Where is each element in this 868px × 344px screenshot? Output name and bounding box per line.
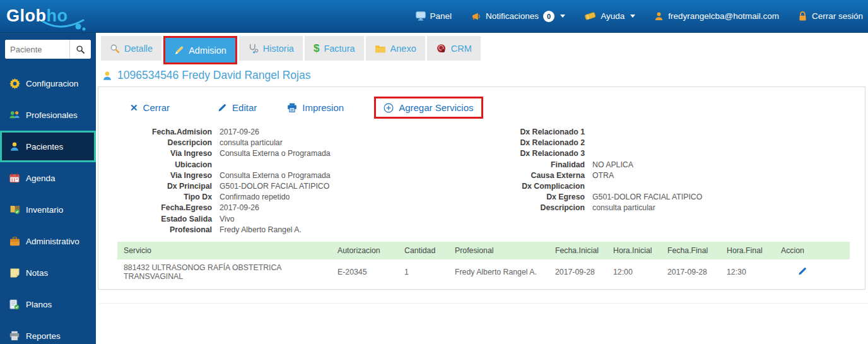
tab-admision[interactable]: Admision	[165, 38, 235, 62]
patient-search-button[interactable]	[69, 40, 91, 59]
user-icon	[654, 11, 664, 21]
tab-crm[interactable]: CRM	[427, 36, 481, 61]
magnifier-icon	[76, 45, 85, 54]
detail-value: Fredy Alberto Rangel A.	[220, 225, 302, 235]
cell-fecha-final: 2017-09-28	[667, 259, 727, 285]
notification-count-badge: 0	[543, 11, 554, 22]
people-icon	[9, 110, 20, 120]
magnifier-icon	[110, 44, 120, 54]
circle-plus-icon	[384, 103, 394, 113]
panel-actions: ✕ Cerrar Editar Impresion	[98, 87, 865, 120]
detail-value: Vivo	[220, 214, 235, 225]
tab-factura[interactable]: $ Factura	[305, 36, 364, 61]
top-navbar: Globho Panel Notificaciones 0	[0, 0, 868, 33]
pencil-icon	[218, 103, 227, 112]
nav-panel[interactable]: Panel	[416, 11, 452, 21]
logo-text-primary: Glob	[6, 6, 47, 25]
sidebar-item-agenda[interactable]: Agenda	[0, 162, 96, 194]
detail-label: Fecha.Egreso	[98, 203, 220, 213]
col-header-servicio: Servicio	[117, 242, 337, 259]
editar-button[interactable]: Editar	[218, 102, 257, 113]
cell-servicio: 881432 ULTRASONOG RAFÍA OBSTETRICA TRANS…	[117, 259, 337, 285]
impresion-button[interactable]: Impresion	[287, 102, 344, 113]
col-header-profesional: Profesional	[455, 242, 555, 259]
detail-label: Via Ingreso	[98, 148, 220, 159]
services-table: Servicio Autorizacion Cantidad Profesion…	[117, 242, 850, 285]
briefcase-icon	[9, 237, 20, 246]
tab-bar: Detalle Admision Historia $ Factura	[96, 33, 868, 64]
crm-icon	[436, 44, 447, 54]
col-header-autorizacion: Autorizacion	[337, 242, 404, 259]
detail-value: OTRA	[592, 170, 614, 181]
sidebar-item-configuracion[interactable]: Configuracion	[0, 68, 96, 99]
nav-ayuda[interactable]: Ayuda	[584, 11, 635, 21]
sidebar-item-reportes[interactable]: Reportes	[0, 320, 96, 344]
cerrar-button[interactable]: ✕ Cerrar	[130, 102, 170, 113]
lock-icon	[798, 11, 807, 21]
sidebar-item-notas[interactable]: Notas	[0, 257, 96, 288]
col-header-hora-inicial: Hora.Inicial	[613, 242, 667, 259]
annotation-box-admision: Admision	[163, 36, 237, 64]
note-icon	[9, 268, 20, 278]
detail-label: Estado Salida	[98, 214, 220, 225]
sidebar-item-administrativo[interactable]: Administrativo	[0, 225, 96, 257]
cell-accion	[781, 259, 850, 285]
logo-swoosh-icon	[42, 18, 90, 31]
gear-icon	[9, 78, 20, 89]
chevron-down-icon	[560, 15, 565, 18]
col-header-hora-final: Hora.Final	[727, 242, 781, 259]
detail-label: Dx Relacionado 2	[486, 138, 592, 148]
detail-label: Causa Externa	[486, 170, 592, 181]
pencil-icon	[797, 266, 807, 276]
calendar-icon	[9, 173, 20, 183]
col-header-accion: Accion	[781, 242, 850, 259]
detail-value: 2017-09-26	[220, 203, 259, 213]
close-icon: ✕	[130, 103, 138, 112]
tab-detalle[interactable]: Detalle	[101, 36, 161, 61]
detail-value: 2017-09-26	[220, 127, 259, 138]
detail-label: Profesional	[98, 225, 220, 235]
document-check-icon	[9, 299, 20, 310]
cell-autorizacion: E-20345	[337, 259, 404, 285]
sidebar-item-pacientes[interactable]: Pacientes	[0, 131, 96, 162]
annotation-box-agregar-servicios: Agregar Servicios	[374, 97, 483, 119]
cell-hora-final: 12:30	[727, 259, 781, 285]
patient-search-input[interactable]	[5, 40, 69, 59]
monitor-icon	[416, 11, 426, 21]
printer-icon	[9, 331, 20, 341]
col-header-fecha-final: Fecha.Final	[667, 242, 727, 259]
tab-anexo[interactable]: Anexo	[366, 36, 425, 61]
detail-value: Confirmado repetido	[220, 192, 290, 203]
ticket-icon	[584, 11, 596, 21]
detail-label: Finalidad	[486, 160, 592, 170]
agregar-servicios-button[interactable]: Agregar Servicios	[384, 102, 473, 113]
sidebar: Configuracion Profesionales Pacientes	[0, 33, 96, 344]
detail-label: Fecha.Admision	[98, 127, 220, 138]
sidebar-item-planos[interactable]: Planos	[0, 288, 96, 320]
sidebar-item-inventario[interactable]: Inventario	[0, 194, 96, 225]
detail-label: Dx Relacionado 1	[486, 127, 592, 138]
app-logo[interactable]: Globho	[6, 6, 101, 26]
table-row: 881432 ULTRASONOG RAFÍA OBSTETRICA TRANS…	[117, 259, 850, 285]
admission-panel: ✕ Cerrar Editar Impresion	[98, 86, 865, 290]
services-table-header-row: Servicio Autorizacion Cantidad Profesion…	[117, 242, 850, 259]
detail-value: consulta particular	[592, 203, 655, 213]
cell-cantidad: 1	[404, 259, 455, 285]
edit-service-button[interactable]	[797, 266, 807, 276]
detail-value: Consulta Externa o Programada	[220, 170, 331, 181]
detail-label: Tipo Dx	[98, 192, 220, 203]
nav-notificaciones[interactable]: Notificaciones 0	[471, 11, 565, 22]
nav-cerrar-sesion[interactable]: Cerrar sesión	[798, 11, 863, 21]
tab-historia[interactable]: Historia	[239, 36, 303, 61]
detail-label: Descripcion	[486, 203, 592, 213]
patient-search-group	[5, 40, 91, 59]
patient-header: 1096534546 Fredy David Rangel Rojas	[102, 69, 868, 82]
nav-user-account[interactable]: fredyrangelcba@hotmail.com	[654, 11, 779, 21]
detail-label: Via Ingreso	[98, 170, 220, 181]
main-content: Detalle Admision Historia $ Factura	[96, 33, 868, 344]
horn-icon	[471, 11, 481, 21]
detail-label: Descripcion	[98, 138, 220, 148]
divider	[100, 303, 868, 304]
cell-hora-inicial: 12:00	[613, 259, 667, 285]
sidebar-item-profesionales[interactable]: Profesionales	[0, 99, 96, 131]
